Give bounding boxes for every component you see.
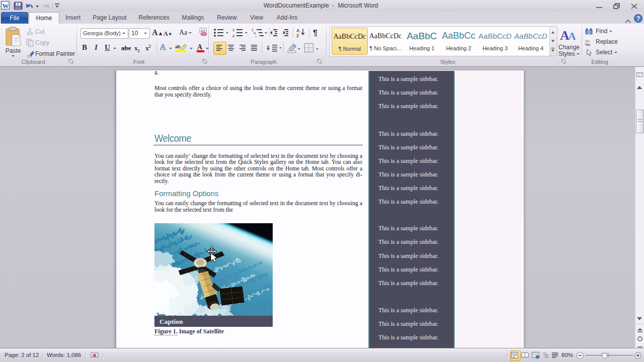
svg-text:¶: ¶ bbox=[313, 29, 317, 37]
svg-text:Caption: Caption bbox=[159, 318, 183, 325]
svg-text:W: W bbox=[3, 2, 9, 10]
svg-text:A: A bbox=[568, 30, 576, 42]
svg-text:Z: Z bbox=[296, 33, 299, 38]
svg-text:1: 1 bbox=[232, 28, 234, 32]
svg-text:A: A bbox=[197, 43, 203, 51]
svg-text:A: A bbox=[296, 28, 300, 33]
svg-text:?: ? bbox=[636, 15, 640, 22]
svg-text:ab: ab bbox=[175, 44, 181, 49]
svg-text:i: i bbox=[256, 35, 257, 38]
svg-text:ac: ac bbox=[586, 42, 590, 46]
svg-text:a: a bbox=[254, 31, 256, 35]
svg-text:A3: A3 bbox=[201, 29, 205, 33]
svg-text:2: 2 bbox=[232, 34, 234, 38]
